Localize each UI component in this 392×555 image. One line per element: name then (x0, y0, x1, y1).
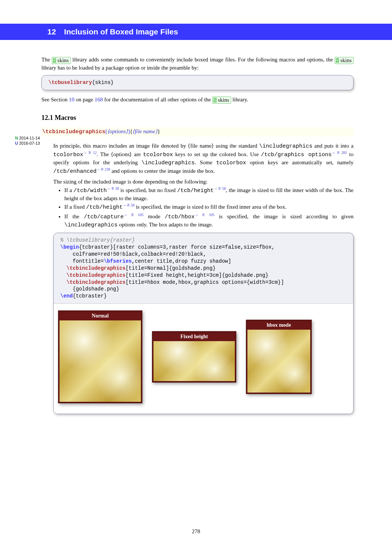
skins-library-tag[interactable]: ≡ skins (212, 97, 231, 104)
library-icon: ≡ (213, 98, 217, 102)
page-ref[interactable]: → P. 230 (97, 167, 110, 171)
list-item: If a /tcb/width→ P. 39 is specified, but… (64, 186, 354, 202)
subsection-heading: 12.1 Macros (41, 113, 354, 122)
macro-definition: \tcbincludegraphics[⟨options⟩]{⟨file nam… (41, 127, 354, 136)
sizing-list: If a /tcb/width→ P. 39 is specified, but… (64, 186, 354, 229)
page-number: 278 (0, 528, 392, 535)
page-ref[interactable]: → P. 281 (332, 151, 347, 155)
content-area: The ≡ skins library adds some commands t… (41, 50, 354, 419)
list-item: If a fixed /tcb/height→ P. 58 is specifi… (64, 203, 354, 211)
image-box-hbox-mode: hbox mode (246, 320, 312, 394)
intro-paragraph: The ≡ skins library adds some commands t… (41, 56, 354, 71)
section-xref[interactable]: 10 (69, 97, 74, 102)
new-badge: N (15, 136, 18, 140)
image-box-title: hbox mode (247, 321, 310, 330)
code-content: \tcbuselibrary{skins} (42, 75, 353, 90)
library-icon: ≡ (336, 58, 339, 63)
page-ref[interactable]: → P. 105 (195, 213, 214, 217)
image-box-normal: Normal (58, 310, 142, 403)
change-badges: N 2014-11-14 U 2016-07-13 (7, 136, 40, 146)
page-ref[interactable]: → P. 39 (107, 186, 119, 191)
skins-library-tag[interactable]: ≡ skins (335, 57, 354, 64)
section-number: 12 (47, 27, 56, 37)
image-box-title: Fixed height (153, 333, 235, 341)
library-icon: ≡ (53, 58, 56, 63)
page-ref[interactable]: → P. 58 (214, 186, 226, 191)
image-box-title: Normal (60, 312, 141, 320)
code-listing-preamble: \tcbuselibrary{skins} (41, 75, 354, 90)
page-ref[interactable]: → P. 105 (124, 213, 143, 217)
page-xref[interactable]: 168 (95, 97, 103, 102)
see-also-paragraph: See Section 10 on page 168 for the docum… (41, 96, 354, 104)
list-item: If the /tcb/capture→ P. 105 mode /tcb/hb… (64, 212, 354, 229)
section-title: Inclusion of Boxed Image Files (64, 27, 178, 37)
macro-description: In principle, this macro includes an ima… (53, 142, 354, 414)
section-header: 12 Inclusion of Boxed Image Files (0, 24, 392, 40)
example-output: Normal Fixed height hbox mode (54, 303, 353, 414)
updated-badge: U (15, 141, 18, 145)
page-ref[interactable]: → P. 12 (83, 151, 97, 155)
code-listing-example: % \tcbuselibrary{raster} \begin{tcbraste… (53, 233, 354, 414)
code-content: % \tcbuselibrary{raster} \begin{tcbraste… (54, 233, 353, 303)
page-ref[interactable]: → P. 58 (123, 203, 135, 207)
image-box-fixed-height: Fixed height (152, 331, 236, 383)
skins-library-tag[interactable]: ≡ skins (52, 57, 71, 64)
page: 12 Inclusion of Boxed Image Files The ≡ … (0, 0, 392, 555)
